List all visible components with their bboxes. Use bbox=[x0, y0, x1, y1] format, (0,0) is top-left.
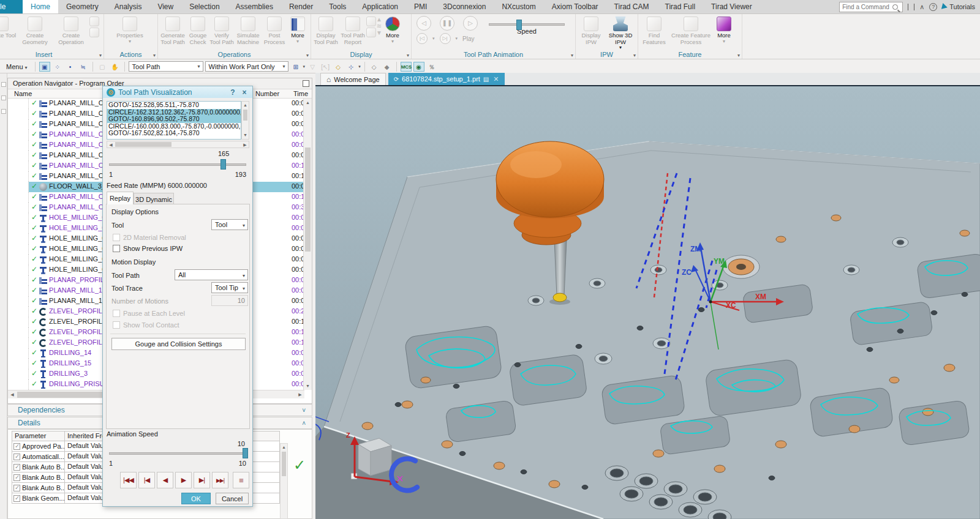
tutorials-button[interactable]: Tutorials bbox=[942, 3, 975, 10]
scroll-thumb[interactable] bbox=[282, 452, 286, 476]
display-more-button[interactable]: More▾ bbox=[382, 15, 403, 43]
tool-path-select[interactable]: All bbox=[175, 269, 248, 280]
show-previous-ipw-checkbox[interactable]: Show Previous IPW bbox=[113, 245, 183, 252]
menu-tab[interactable]: Render bbox=[281, 0, 321, 13]
menu-tab[interactable]: Home bbox=[23, 0, 58, 13]
shaded-view-icon[interactable]: ◇ bbox=[369, 62, 380, 72]
properties-button[interactable]: Properties▾ bbox=[105, 15, 154, 43]
step-forward-button[interactable] bbox=[194, 472, 210, 488]
gouge-check-button[interactable]: Gouge Check bbox=[186, 15, 209, 45]
find-command-input[interactable] bbox=[842, 4, 892, 10]
scroll-left-icon[interactable]: ◀ bbox=[8, 390, 17, 399]
speed-slider-thumb[interactable] bbox=[516, 20, 522, 30]
scroll-down-icon[interactable]: ▼ bbox=[304, 382, 312, 390]
percent-icon[interactable]: ％ bbox=[426, 62, 437, 72]
scroll-left-icon[interactable]: ◀ bbox=[107, 141, 115, 148]
parameter-checkbox[interactable] bbox=[13, 443, 20, 450]
list-horizontal-scrollbar[interactable]: ◀▶ bbox=[107, 141, 249, 148]
insert-extra-icons[interactable] bbox=[89, 15, 99, 38]
show-3d-ipw-button[interactable]: Show 3D IPW▾ bbox=[605, 15, 636, 50]
scroll-up-icon[interactable]: ▲ bbox=[304, 99, 312, 106]
scroll-right-icon[interactable]: ▶ bbox=[241, 141, 249, 148]
close-tab-icon[interactable]: ✕ bbox=[493, 75, 499, 83]
play-backward-button[interactable] bbox=[157, 472, 173, 488]
forward-to-end-button[interactable] bbox=[212, 472, 228, 488]
scroll-thumb[interactable] bbox=[243, 110, 247, 121]
scroll-up-icon[interactable]: ▲ bbox=[242, 102, 249, 109]
motion-slider-thumb[interactable] bbox=[221, 159, 226, 170]
file-menu-button[interactable]: File bbox=[0, 0, 23, 13]
menu-tab[interactable]: Analysis bbox=[107, 0, 150, 13]
create-feature-process-button[interactable]: Create Feature Process bbox=[669, 15, 713, 45]
tab-replay[interactable]: Replay bbox=[107, 192, 134, 204]
animation-speed-thumb[interactable] bbox=[243, 448, 248, 458]
menu-tab[interactable]: Tirad Full bbox=[657, 0, 704, 13]
parameter-column-header[interactable]: Parameter bbox=[12, 431, 65, 441]
menu-tab[interactable]: Application bbox=[354, 0, 406, 13]
display-tool-path-button[interactable]: Display Tool Path bbox=[312, 15, 339, 45]
resource-bar[interactable] bbox=[0, 73, 7, 519]
tool-display-select[interactable]: Tool bbox=[211, 219, 248, 230]
play-reverse-button[interactable]: ◁ bbox=[417, 16, 431, 31]
toolpath-motion-list[interactable]: GOTO/-152.528,95.511,-75.870CIRCLE/-162.… bbox=[107, 101, 241, 140]
pause-button[interactable]: ❚❚ bbox=[440, 16, 454, 31]
selection-list-icon[interactable]: ⊞ bbox=[290, 62, 301, 72]
list-vertical-scrollbar[interactable]: ▲▼ bbox=[241, 101, 249, 140]
parameter-checkbox[interactable] bbox=[13, 454, 20, 460]
welcome-page-tab[interactable]: ⌂ Welcome Page bbox=[320, 73, 386, 85]
display-ipw-button[interactable]: Display IPW bbox=[577, 15, 605, 45]
column-name[interactable]: Name bbox=[14, 90, 32, 97]
parameter-checkbox[interactable] bbox=[13, 485, 20, 491]
minimize-ribbon-icon[interactable]: ∧ bbox=[919, 4, 924, 10]
selection-scope-select[interactable]: Within Work Part Only bbox=[205, 61, 288, 72]
step-back-button[interactable] bbox=[138, 472, 155, 488]
menu-tab[interactable]: Assemblies bbox=[228, 0, 281, 13]
menu-tab[interactable]: Axiom Toolbar bbox=[544, 0, 606, 13]
menu-tab[interactable]: NXcustom bbox=[494, 0, 543, 13]
restore-window-icon[interactable] bbox=[303, 80, 309, 87]
operations-more-button[interactable]: More▾ bbox=[287, 15, 309, 43]
feature-more-button[interactable]: More▾ bbox=[713, 15, 735, 43]
snap-point-icon[interactable]: ⁘ bbox=[52, 62, 63, 72]
simulate-machine-button[interactable]: Simulate Machine bbox=[234, 15, 262, 45]
ok-button[interactable]: OK bbox=[181, 493, 211, 504]
tool-path-report-button[interactable]: Tool Path Report bbox=[339, 15, 366, 45]
speed-slider[interactable] bbox=[489, 23, 565, 26]
create-geometry-button[interactable]: Create Geometry bbox=[17, 15, 53, 45]
graphics-window[interactable]: ZM YM ZC XC XM Z bbox=[315, 86, 980, 519]
display-group-caret[interactable]: ▾ bbox=[407, 53, 409, 58]
feature-group-caret[interactable]: ▾ bbox=[737, 53, 740, 58]
tab-3d-dynamic[interactable]: 3D Dynamic bbox=[134, 193, 174, 204]
scroll-right-icon[interactable]: ▶ bbox=[296, 390, 304, 399]
play-forward-button[interactable] bbox=[175, 472, 192, 488]
animation-speed-slider[interactable] bbox=[109, 452, 246, 455]
collapse-icon[interactable]: ˄ bbox=[302, 417, 306, 429]
menu-tab[interactable]: 3Dconnexion bbox=[435, 0, 494, 13]
scroll-thumb[interactable] bbox=[17, 392, 103, 398]
dialog-title-bar[interactable]: ⚙ Tool Path Visualization ? × bbox=[103, 86, 252, 98]
parameter-checkbox[interactable] bbox=[13, 474, 20, 481]
type-filter-select[interactable]: Tool Path bbox=[129, 61, 203, 72]
viewport-3d[interactable]: ZM YM ZC XC XM Z bbox=[315, 86, 980, 519]
tool-trace-select[interactable]: Tool Tip bbox=[211, 282, 248, 293]
column-time[interactable]: Time bbox=[293, 90, 308, 97]
play-forward-button[interactable]: ▷ bbox=[463, 16, 478, 31]
dialog-help-icon[interactable]: ? bbox=[228, 88, 237, 97]
expand-icon[interactable]: ˅ bbox=[302, 405, 306, 416]
animation-group-caret[interactable]: ▾ bbox=[571, 53, 573, 58]
menu-button[interactable]: Menu ▾ bbox=[2, 62, 31, 71]
verify-tool-path-button[interactable]: Verify Tool Path bbox=[209, 15, 234, 45]
rewind-to-start-button[interactable] bbox=[120, 472, 137, 488]
operations-group-caret[interactable]: ▾ bbox=[306, 53, 309, 58]
motion-line[interactable]: GOTO/-167.502,82.104,-75.870 bbox=[107, 130, 241, 137]
find-features-button[interactable]: Find Features bbox=[639, 15, 669, 45]
display-arrow-icons[interactable]: ▲≋▼ bbox=[376, 15, 382, 36]
wcs-icon[interactable]: ◇ bbox=[333, 62, 344, 72]
number-of-motions-input[interactable]: 10 bbox=[211, 295, 248, 306]
fullscreen-icon[interactable] bbox=[908, 4, 914, 10]
create-tool-button[interactable]: Create Tool bbox=[0, 15, 17, 39]
mcs-display-icon[interactable]: MCS bbox=[401, 62, 412, 72]
part-file-tab[interactable]: ⟳ 68107824.stp_setup_1.prt ▤ ✕ bbox=[388, 73, 505, 85]
edge-filter-icon[interactable]: ≒ bbox=[78, 62, 89, 72]
scroll-thumb[interactable] bbox=[115, 142, 172, 147]
